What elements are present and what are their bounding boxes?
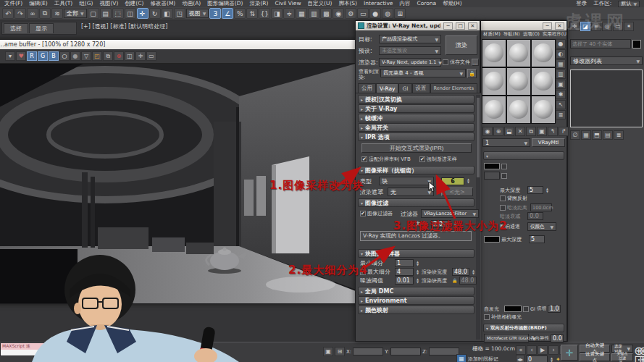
vfb-compare-images-icon[interactable]: ◫ xyxy=(125,51,135,61)
material-sample-slot[interactable] xyxy=(506,39,531,67)
material-editor-title-bar[interactable]: ─ ✕ xyxy=(481,21,566,30)
vfb-track-mouse-icon[interactable]: ✛ xyxy=(135,51,146,61)
pin-stack-icon[interactable]: ∅ xyxy=(570,130,580,140)
select-object-icon[interactable]: ▢ xyxy=(88,8,99,19)
play-icon[interactable]: ▶ xyxy=(538,345,548,355)
menu-graph-editors[interactable]: 图形编辑器(D) xyxy=(207,0,243,7)
menu-group[interactable]: 组(G) xyxy=(79,0,93,7)
vfb-gray-level-icon[interactable]: ● xyxy=(70,51,80,61)
material-params-rollout-header[interactable]: ▾ xyxy=(483,151,564,160)
cp-tab-utilities-icon[interactable]: ✶ xyxy=(624,22,634,31)
vfb-white-level-icon[interactable]: ○ xyxy=(59,51,70,61)
viewport-label[interactable]: [+] [透视] [标准] [默认明暗处理] xyxy=(81,22,167,30)
max-subdivs-spinner[interactable]: ▲▼ xyxy=(415,268,420,276)
noise-threshold-spinner[interactable]: ▲▼ xyxy=(415,277,420,285)
material-sample-slot[interactable] xyxy=(506,67,531,96)
rollout-ipr-options[interactable]: ▾IPR 选项 xyxy=(358,132,474,141)
go-to-parent-icon[interactable]: ↰ xyxy=(548,127,558,136)
maximize-icon[interactable]: □ xyxy=(456,22,465,30)
max-subdivs-field[interactable]: 4 xyxy=(395,268,414,276)
zoom-extents-icon[interactable]: ⊡ xyxy=(634,353,639,361)
coord-y-field[interactable] xyxy=(390,348,421,355)
object-name-field[interactable]: 选择了 40 个实体 xyxy=(570,39,631,49)
cp-tab-display-icon[interactable]: ▭ xyxy=(613,22,623,31)
angle-snap-icon[interactable]: ∠ xyxy=(222,8,233,19)
get-material-icon[interactable]: ◉ xyxy=(482,127,493,136)
show-map-in-viewport-icon[interactable]: ▣ xyxy=(537,127,547,136)
make-copy-icon[interactable]: ⧉ xyxy=(526,127,536,136)
noise-threshold-field[interactable]: 0.01 xyxy=(395,277,414,285)
menu-rendering[interactable]: 渲染(R) xyxy=(249,0,268,7)
redo-icon[interactable]: ↷ xyxy=(14,8,26,19)
named-selection-sets-icon[interactable]: {} xyxy=(259,8,270,19)
material-sample-slot[interactable] xyxy=(531,67,556,96)
render-setup-icon[interactable]: ⚙ xyxy=(345,8,356,19)
remove-modifier-icon[interactable]: ▤ xyxy=(603,130,613,140)
modifier-stack-listbox[interactable] xyxy=(570,70,643,127)
rollout-color-mapping[interactable]: ▸颜色映射 xyxy=(358,306,474,314)
preset-dropdown[interactable]: 未选定预设▼ xyxy=(379,46,441,55)
sampler-type-dropdown[interactable]: 块▼ xyxy=(379,177,434,185)
anisotropy-field[interactable]: 0.0 xyxy=(551,334,564,342)
rollout-about-vray[interactable]: ▸关于 V-Ray xyxy=(358,104,474,113)
vfb-copy-image-icon[interactable]: ⧉ xyxy=(103,51,113,61)
unlink-selection-icon[interactable]: ⧉ xyxy=(39,8,51,19)
background-icon[interactable]: ▦ xyxy=(556,59,566,69)
cp-tab-hierarchy-icon[interactable]: ≡ xyxy=(591,22,601,31)
material-map-navigator-icon[interactable]: ≣ xyxy=(556,110,566,119)
selection-filter-dropdown[interactable]: 全部▼ xyxy=(64,9,87,18)
layer-explorer-icon[interactable]: ▥ xyxy=(308,8,319,19)
frame-spinner[interactable]: ▲▼ xyxy=(549,355,554,362)
minimize-icon[interactable]: ─ xyxy=(543,22,552,30)
menu-content[interactable]: 内容 xyxy=(399,0,410,7)
vfb-clear-image-icon[interactable]: ⊗ xyxy=(114,51,124,61)
material-name-dropdown[interactable]: 1▼ xyxy=(482,138,530,147)
mat-menu-material[interactable]: 材质(M) xyxy=(483,31,501,38)
mat-menu-utilities[interactable]: 实用程序(U) xyxy=(543,31,566,38)
menu-views[interactable]: 视图(V) xyxy=(99,0,118,7)
next-key-icon[interactable]: › xyxy=(548,345,559,355)
time-tag-icon[interactable]: ▦ xyxy=(456,354,467,362)
window-crossing-icon[interactable]: ◫ xyxy=(125,8,136,19)
bucket-width-spinner[interactable]: ▲▼ xyxy=(471,268,476,276)
material-type-button[interactable]: VRayMtl xyxy=(532,138,565,147)
menu-file[interactable]: 文件(F) xyxy=(4,0,22,7)
image-filter-checkbox[interactable]: ✔ xyxy=(360,211,366,216)
sample-type-icon[interactable]: ● xyxy=(556,39,566,49)
reflect-glossiness-field[interactable] xyxy=(484,172,500,180)
force-progressive-checkbox[interactable]: ✔ xyxy=(419,156,425,162)
tab-common[interactable]: 公用 xyxy=(358,83,376,93)
glossiness-map-checkbox[interactable] xyxy=(501,173,507,179)
rollout-image-filter[interactable]: ▾图像过滤 xyxy=(358,198,474,207)
min-shading-rate-spinner[interactable]: ▲▼ xyxy=(466,177,471,185)
lock-view-icon[interactable]: 🔒 xyxy=(467,69,477,78)
render-mask-none-button[interactable]: <无> xyxy=(441,188,473,196)
spinner-snap-icon[interactable]: ⇅ xyxy=(246,8,258,19)
go-to-start-icon[interactable]: « xyxy=(516,345,526,355)
reflect-color-swatch[interactable] xyxy=(484,163,500,169)
listener-script-line[interactable] xyxy=(1,350,76,355)
min-shading-rate-field[interactable]: 6 xyxy=(441,177,464,185)
selfillum-gi-checkbox[interactable] xyxy=(523,306,529,312)
render-mask-dropdown[interactable]: 无▼ xyxy=(388,188,434,196)
rollout-image-sampler[interactable]: ▾图像采样（抗锯齿） xyxy=(358,166,474,174)
zoom-all-icon[interactable]: ⊛ xyxy=(639,344,644,353)
renderer-dropdown[interactable]: V-Ray Next, update 1.1▼ xyxy=(379,58,441,67)
menu-modifiers[interactable]: 修改器(M) xyxy=(150,0,175,7)
close-icon[interactable]: ✕ xyxy=(555,22,564,30)
select-and-link-icon[interactable]: ∞ xyxy=(27,8,38,19)
fit-resolution-checkbox[interactable]: ✔ xyxy=(361,156,367,162)
set-keys-big-button[interactable]: ✛ xyxy=(561,345,578,361)
render-button[interactable]: 渲染 xyxy=(446,35,477,55)
close-icon[interactable]: ✕ xyxy=(468,22,477,30)
menu-edit[interactable]: 编辑(E) xyxy=(29,0,48,7)
bucket-width-field[interactable]: 48.0 xyxy=(452,268,469,276)
dim-distance-field[interactable]: 100.0cm xyxy=(530,203,552,211)
bind-to-space-warp-icon[interactable]: ≋ xyxy=(51,8,63,19)
previous-key-icon[interactable]: ‹ xyxy=(527,345,537,355)
brdf-rollout-header[interactable]: ▾双向反射分布函数(BRDF) xyxy=(483,324,564,332)
dim-distance-checkbox[interactable] xyxy=(500,205,506,211)
min-subdivs-field[interactable]: 1 xyxy=(395,259,414,267)
refract-max-depth-field[interactable]: 5 xyxy=(529,235,545,243)
explorer-tab-select[interactable]: 选择 xyxy=(4,23,28,33)
